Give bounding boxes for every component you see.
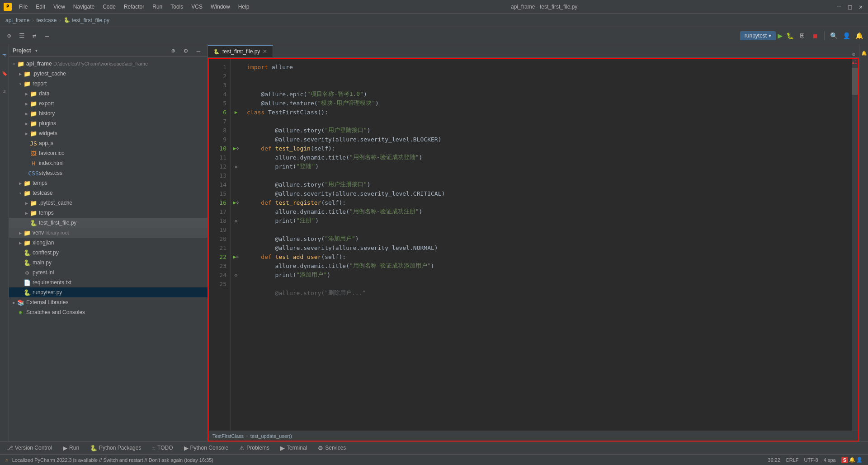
bottom-breadcrumb-class[interactable]: TestFirstClass <box>212 433 244 439</box>
tree-item-xiongjian[interactable]: ▶ 📁 xiongjian <box>9 238 208 248</box>
tree-item-export[interactable]: ▶ 📁 export <box>9 99 208 108</box>
tree-item-runpytest[interactable]: 🐍 runpytest.py <box>9 287 208 297</box>
line-18: 18 <box>209 216 230 225</box>
user-button[interactable]: 👤 <box>841 30 852 41</box>
line-6: 6 <box>209 108 230 117</box>
line-10: 10 <box>209 144 230 153</box>
run-tab[interactable]: ▶ Run <box>60 444 82 452</box>
toolbar-list-btn[interactable]: ☰ <box>16 30 27 41</box>
sidebar-hide-btn[interactable]: – <box>193 45 204 56</box>
menu-window[interactable]: Window <box>207 3 234 11</box>
toolbar-gear-btn[interactable]: ⇄ <box>29 30 40 41</box>
tree-item-report[interactable]: ▾ 📁 report <box>9 79 208 89</box>
notifications-button[interactable]: 🔔 <box>854 30 864 41</box>
bottom-breadcrumb-method[interactable]: test_update_user() <box>250 433 292 439</box>
services-tab[interactable]: ⚙ Services <box>315 444 349 452</box>
tree-item-venv[interactable]: ▶ 📁 venv library root <box>9 228 208 238</box>
python-packages-tab[interactable]: 🐍 Python Packages <box>87 444 144 452</box>
tree-item-widgets[interactable]: ▶ 📁 widgets <box>9 128 208 138</box>
line-separator[interactable]: CRLF <box>786 457 799 463</box>
toolbar-settings-btn[interactable]: – <box>42 30 52 41</box>
tree-item-scratches[interactable]: ⊞ Scratches and Consoles <box>9 307 208 317</box>
editor-bottom-breadcrumb: TestFirstClass › test_update_user() <box>209 431 858 441</box>
menu-help[interactable]: Help <box>235 3 253 11</box>
menu-code[interactable]: Code <box>99 3 119 11</box>
breadcrumb-item-3[interactable]: 🐍 test_first_file.py <box>64 17 109 23</box>
tree-label: app.js <box>39 140 53 146</box>
bottom-tabs: ⎇ Version Control ▶ Run 🐍 Python Package… <box>0 442 868 454</box>
run-label: Run <box>69 445 79 451</box>
notification-icon[interactable]: 🔔 <box>861 46 867 60</box>
py-file-icon: 🐍 <box>24 259 31 266</box>
tree-item-plugins[interactable]: ▶ 📁 plugins <box>9 118 208 128</box>
debug-button[interactable]: 🐛 <box>784 30 795 41</box>
cursor-position[interactable]: 36:22 <box>768 457 780 463</box>
tree-item-api-frame[interactable]: ▾ 📁 api_frame D:\develop\PyCharm\workspa… <box>9 59 208 69</box>
menu-run[interactable]: Run <box>149 3 166 11</box>
line-21: 21 <box>209 243 230 252</box>
run-button[interactable]: ▶ <box>778 31 783 40</box>
todo-tab[interactable]: ≡ TODO <box>149 444 175 452</box>
code-content[interactable]: import allure @allure.epic("项目名称-智考1.0")… <box>241 59 852 431</box>
bookmarks-icon[interactable]: 🔖 <box>1 64 8 82</box>
tree-item-mainpy[interactable]: 🐍 main.py <box>9 258 208 268</box>
sidebar-settings-btn[interactable]: ⚙ <box>180 45 191 56</box>
sidebar-dropdown-icon[interactable]: ▾ <box>35 47 38 54</box>
breadcrumb-item-1[interactable]: api_frame <box>5 17 29 23</box>
editor-scrollbar[interactable]: ▲1 <box>852 59 858 431</box>
tree-item-styles[interactable]: CSS styles.css <box>9 168 208 178</box>
tree-item-test-first-file[interactable]: 🐍 test_first_file.py <box>9 218 208 228</box>
toolbar-folder-btn[interactable]: ⊕ <box>4 30 14 41</box>
stop-button[interactable]: ■ <box>810 30 821 41</box>
tree-item-requirements[interactable]: 📄 requirements.txt <box>9 277 208 287</box>
menu-edit[interactable]: Edit <box>32 3 49 11</box>
tree-item-history[interactable]: ▶ 📁 history <box>9 108 208 118</box>
tree-item-indexhtml[interactable]: H index.html <box>9 158 208 168</box>
tree-item-pytestini[interactable]: ⚙ pytest.ini <box>9 268 208 277</box>
sidebar-fold-btn[interactable]: ⊕ <box>168 45 179 56</box>
code-line-20: @allure.story("添加用户") <box>247 234 852 243</box>
menu-tools[interactable]: Tools <box>167 3 187 11</box>
breadcrumb-item-2[interactable]: testcase <box>37 17 57 23</box>
scrollbar-thumb[interactable] <box>852 68 858 95</box>
tree-item-temps[interactable]: ▶ 📁 temps <box>9 178 208 188</box>
tree-item-testcase-temps[interactable]: ▶ 📁 temps <box>9 208 208 218</box>
run-gutter-6[interactable]: ▶ <box>231 108 241 117</box>
encoding[interactable]: UTF-8 <box>804 457 818 463</box>
run-config-selector[interactable]: runpytest ▾ <box>740 31 776 40</box>
status-logo: S 🔔 👤 <box>841 457 863 463</box>
tree-item-favicon[interactable]: 🖼 favicon.ico <box>9 148 208 158</box>
python-console-label: Python Console <box>190 445 229 451</box>
terminal-tab[interactable]: ▶ Terminal <box>278 444 310 452</box>
gutter: ▶ ▶ ◇ ◇ ▶ <box>231 59 241 431</box>
maximize-button[interactable]: □ <box>846 3 854 10</box>
menu-view[interactable]: View <box>50 3 69 11</box>
menu-file[interactable]: File <box>15 3 31 11</box>
tab-test-first-file[interactable]: 🐍 test_first_file.py ✕ <box>208 45 273 57</box>
tree-item-appjs[interactable]: JS app.js <box>9 138 208 148</box>
version-control-tab[interactable]: ⎇ Version Control <box>4 444 55 452</box>
menu-navigate[interactable]: Navigate <box>70 3 98 11</box>
problems-tab[interactable]: ⚠ Problems <box>236 444 272 452</box>
tree-item-conftest[interactable]: 🐍 conftest.py <box>9 248 208 258</box>
close-button[interactable]: ✕ <box>857 3 864 10</box>
tab-close-btn[interactable]: ✕ <box>263 48 267 55</box>
menu-vcs[interactable]: VCS <box>188 3 206 11</box>
indent[interactable]: 4 spa <box>824 457 836 463</box>
tree-item-testcase[interactable]: ▾ 📁 testcase <box>9 188 208 198</box>
python-console-tab[interactable]: ▶ Python Console <box>181 444 231 452</box>
tree-item-pytest-cache[interactable]: ▶ 📁 .pytest_cache <box>9 69 208 79</box>
menu-refactor[interactable]: Refactor <box>120 3 148 11</box>
coverage-button[interactable]: ⛨ <box>797 30 808 41</box>
minimize-button[interactable]: ─ <box>835 3 843 10</box>
structure-icon[interactable]: ⊞ <box>1 82 8 100</box>
tree-item-testcase-pytest[interactable]: ▶ 📁 .pytest_cache <box>9 198 208 208</box>
tab-options-icon[interactable]: ⚙ <box>852 51 855 57</box>
tree-item-external[interactable]: ▶ 📚 External Libraries <box>9 297 208 307</box>
project-icon[interactable]: P <box>1 46 8 64</box>
tree-item-data[interactable]: ▶ 📁 data <box>9 89 208 99</box>
status-message[interactable]: Localized PyCharm 2022.3 is available //… <box>12 457 213 463</box>
tree-arrow: ▶ <box>17 71 24 76</box>
code-editor[interactable]: 1 2 3 4 5 6 7 8 9 10 11 12 13 14 15 16 1 <box>209 59 858 431</box>
search-button[interactable]: 🔍 <box>828 30 839 41</box>
